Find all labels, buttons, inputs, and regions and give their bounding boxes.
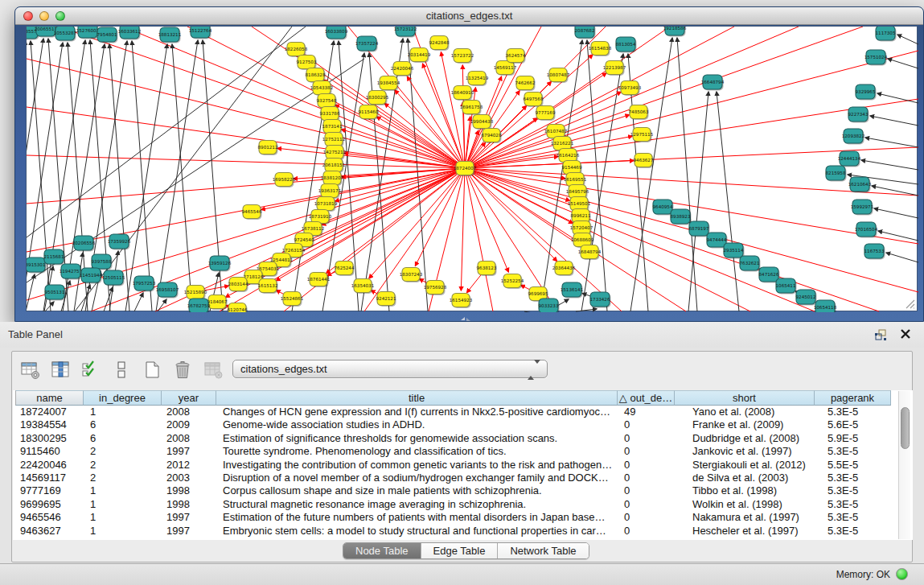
status-bar: Memory: OK — [0, 563, 924, 585]
tab-network-table[interactable]: Network Table — [498, 543, 588, 558]
node-label: 17263154 — [282, 248, 306, 253]
column-header-title[interactable]: title — [216, 390, 618, 406]
node-label: 16648794 — [701, 80, 725, 84]
new-table-button[interactable] — [139, 356, 165, 384]
table-row[interactable]: 2242004622012Investigating the contribut… — [15, 459, 891, 472]
rows-button[interactable] — [109, 356, 134, 384]
table-settings-icon — [20, 360, 39, 380]
table-select-dropdown[interactable]: citations_edges.txt — [232, 360, 548, 378]
node-label: 15723722 — [451, 53, 474, 58]
network-canvas[interactable]: 1872400718226058912750381863281054338293… — [26, 26, 918, 311]
node-label: 9463627 — [634, 158, 654, 163]
node-label: 12752112 — [322, 137, 345, 142]
node-label: 6497568 — [524, 97, 544, 101]
cell-year: 1997 — [162, 511, 216, 524]
table-settings-button[interactable] — [17, 356, 43, 384]
node-label: 16961758 — [460, 105, 483, 109]
resize-grip-icon[interactable] — [903, 297, 916, 310]
close-panel-icon[interactable] — [900, 328, 911, 340]
table-row[interactable]: 1938455462009Genome-wide association stu… — [15, 418, 891, 431]
cell-year: 1998 — [162, 484, 216, 497]
node-label: 14569117 — [494, 65, 517, 70]
node-label: 15723122 — [394, 27, 417, 31]
table-header-row: namein_degreeyeartitle△ out_de…shortpage… — [15, 390, 891, 406]
node-label: 9227343 — [848, 112, 869, 117]
node-label: 8813054 — [616, 42, 636, 47]
column-header-out_de[interactable]: △ out_de… — [618, 390, 675, 406]
column-header-in_degree[interactable]: in_degree — [84, 390, 162, 406]
node-label: 8938923 — [671, 214, 691, 219]
cell-in_degree: 1 — [84, 525, 162, 538]
node-label: 16738112 — [302, 226, 324, 231]
window-title: citations_edges.txt — [15, 7, 923, 25]
node-label: 8215958 — [826, 171, 846, 175]
node-label: 19384554 — [377, 80, 400, 85]
column-header-year[interactable]: year — [162, 390, 216, 406]
node-label: 2087682 — [575, 28, 595, 33]
cell-short: Tibbo et al. (1998) — [675, 484, 815, 497]
select-columns-icon — [81, 360, 101, 380]
vertical-scrollbar[interactable] — [898, 391, 910, 539]
node-label: 10688609 — [571, 237, 594, 242]
delete-rows-button[interactable] — [170, 356, 195, 384]
node-label: 16154923 — [450, 298, 473, 303]
float-panel-icon[interactable] — [874, 328, 887, 341]
window-titlebar[interactable]: citations_edges.txt — [15, 7, 923, 25]
cell-year: 2009 — [162, 418, 216, 431]
memory-status-label: Memory: OK — [836, 569, 890, 580]
delete-table-button[interactable] — [200, 356, 226, 384]
table-panel-body: f(x) citations_edges.txt namein_degreeye… — [11, 351, 913, 562]
node-label: 16958107 — [156, 287, 179, 292]
cell-out_de: 0 — [618, 418, 675, 431]
node-label: 15276002 — [76, 28, 99, 33]
scrollbar-thumb[interactable] — [901, 407, 910, 449]
column-header-pagerank[interactable]: pagerank — [815, 390, 891, 406]
cell-pagerank: 5.3E-5 — [815, 484, 891, 497]
node-label: 1117305 — [876, 31, 896, 35]
select-columns-button[interactable] — [78, 356, 104, 384]
node-label: 2115681 — [44, 254, 64, 259]
column-header-name[interactable]: name — [15, 390, 84, 406]
node-label: 14275212 — [323, 150, 346, 154]
node-label: 18307243 — [400, 272, 423, 277]
node-label: 18724007 — [454, 166, 477, 171]
table-row[interactable]: 969969511998Structural magnetic resonanc… — [15, 498, 891, 511]
table-row[interactable]: 1456911722003Disruption of a novel membe… — [15, 472, 891, 484]
node-label: 17016504 — [855, 227, 878, 232]
cell-name: 9777169 — [15, 484, 84, 497]
table-row[interactable]: 946554611997Estimation of the future num… — [15, 511, 891, 524]
show-column-button[interactable] — [47, 356, 73, 384]
node-label: 18731910 — [309, 214, 332, 219]
cell-title: Disruption of a novel member of a sodium… — [216, 472, 618, 484]
table-row[interactable]: 1872400712008Changes of HCN gene express… — [15, 406, 891, 418]
node-label: 10543382 — [310, 85, 333, 90]
table-row[interactable]: 1830029562008Estimation of significance … — [15, 432, 891, 445]
tab-node-table[interactable]: Node Table — [343, 543, 421, 558]
column-header-short[interactable]: short — [675, 390, 815, 406]
cell-name: 22420046 — [15, 459, 84, 472]
table-row[interactable]: 911546021997Tourette syndrome. Phenomeno… — [15, 445, 891, 458]
cell-short: Jankovic et al. (1997) — [675, 445, 815, 458]
delete-table-icon — [203, 360, 223, 380]
node-label: 15149501 — [568, 201, 591, 206]
tab-edge-table[interactable]: Edge Table — [421, 543, 499, 558]
table-row[interactable]: 946362711997Embryonic stem cells: a mode… — [15, 525, 891, 538]
cell-name: 18300295 — [15, 432, 84, 445]
cell-in_degree: 6 — [84, 418, 162, 431]
node-label: 10807487 — [547, 72, 570, 77]
table-row[interactable]: 977716911998Corpus callosum shape and si… — [15, 484, 891, 497]
cell-pagerank: 5.3E-5 — [815, 525, 891, 538]
node-label: 20618151 — [322, 163, 346, 167]
split-pane-handle[interactable] — [459, 316, 472, 322]
node-label: 10553287 — [54, 31, 77, 35]
node-label: 6794028 — [482, 133, 502, 138]
node-label: 10654118 — [814, 305, 837, 310]
node-label: 16958220 — [273, 177, 296, 182]
cell-pagerank: 5.9E-5 — [815, 432, 891, 445]
cell-short: Franke et al. (2009) — [675, 418, 815, 431]
node-label: 15524861 — [281, 296, 304, 301]
node-label: 1615132 — [258, 283, 278, 288]
cell-in_degree: 2 — [84, 472, 162, 484]
cell-out_de: 0 — [618, 484, 675, 497]
node-label: 18300295 — [366, 95, 389, 100]
